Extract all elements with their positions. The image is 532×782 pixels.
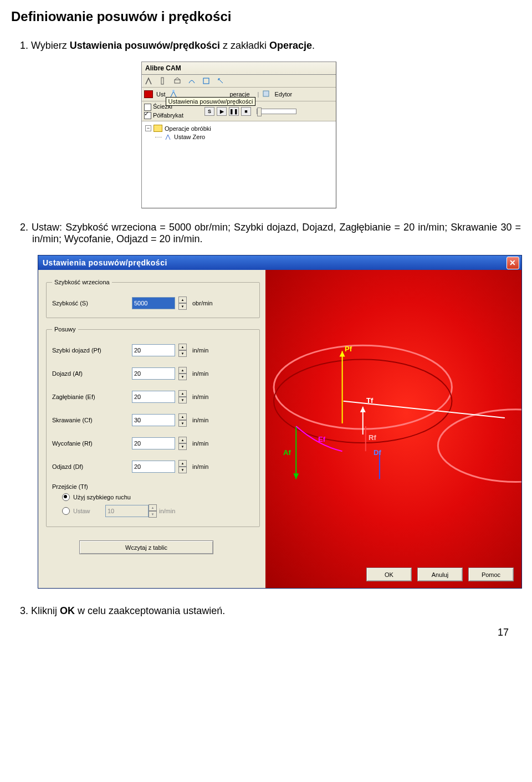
radio-fast[interactable] xyxy=(62,493,70,501)
tool-icon-6[interactable] xyxy=(216,76,225,85)
svg-point-5 xyxy=(172,90,175,92)
stock-label: Półfabrykat xyxy=(153,112,183,119)
ok-button[interactable]: OK xyxy=(366,568,412,581)
feed-row-af: Dojazd (Af) ▲▼ in/min xyxy=(52,367,254,380)
editor-icon[interactable] xyxy=(262,90,271,99)
pause-button[interactable]: ❚❚ xyxy=(229,107,239,116)
svg-rect-1 xyxy=(175,80,180,83)
diagram-label-ef: Ef xyxy=(318,435,325,443)
spindle-speed-unit: obr/min xyxy=(192,300,213,306)
stock-checkbox[interactable] xyxy=(144,112,151,119)
close-icon[interactable]: ✕ xyxy=(507,257,519,269)
svg-rect-6 xyxy=(263,91,269,96)
dialog-button-row: OK Anuluj Pomoc xyxy=(366,568,514,581)
feed-input-af[interactable] xyxy=(132,367,175,380)
s-button[interactable]: S xyxy=(204,107,214,116)
radio-fast-row[interactable]: Użyj szybkiego ruchu xyxy=(62,493,254,501)
feed-spinner-cf[interactable]: ▲▼ xyxy=(178,413,187,427)
feed-spinner-df[interactable]: ▲▼ xyxy=(178,460,187,473)
feed-spinner-af[interactable]: ▲▼ xyxy=(178,367,187,380)
panel-toolbar-2: Ust Ustawienia posuwów/prędkości peracje… xyxy=(142,88,336,101)
tree-connector xyxy=(155,137,162,137)
step-2: 2. Ustaw: Szybkość wrzeciona = 5000 obr/… xyxy=(32,222,521,245)
feed-unit-af: in/min xyxy=(192,370,208,377)
feed-spinner-rf[interactable]: ▲▼ xyxy=(178,437,187,450)
feed-input-df[interactable] xyxy=(132,461,175,473)
feed-input-ef[interactable] xyxy=(132,391,175,403)
svg-rect-0 xyxy=(161,78,163,84)
feed-unit-pf: in/min xyxy=(192,347,208,354)
step3-bold: OK xyxy=(60,605,75,616)
collapse-icon[interactable]: − xyxy=(145,125,151,131)
spindle-speed-legend: Szybkość wrzeciona xyxy=(52,279,112,285)
diagram-label-df: Df xyxy=(374,448,381,457)
tree-root-row[interactable]: − Operacje obróbki xyxy=(145,124,332,132)
tree-child-label: Ustaw Zero xyxy=(174,134,205,140)
sim-slider[interactable] xyxy=(257,109,296,114)
transition-unit: in/min xyxy=(159,508,175,514)
tool-icon-1[interactable] xyxy=(144,76,153,85)
feed-unit-rf: in/min xyxy=(192,440,208,447)
spindle-speed-group: Szybkość wrzeciona Szybkość (S) ▲▼ obr/m… xyxy=(46,279,260,318)
feed-spinner-pf[interactable]: ▲▼ xyxy=(178,344,187,357)
dialog-titlebar[interactable]: Ustawienia posuwów/prędkości ✕ xyxy=(38,255,521,270)
spindle-speed-row: Szybkość (S) ▲▼ obr/min xyxy=(52,297,254,310)
tool-icon-2[interactable] xyxy=(158,76,167,85)
svg-marker-18 xyxy=(360,407,366,412)
setzero-icon xyxy=(164,133,172,141)
play-button[interactable]: ▶ xyxy=(217,107,227,116)
feed-row-df: Odjazd (Df) ▲▼ in/min xyxy=(52,460,254,473)
feed-spinner-ef[interactable]: ▲▼ xyxy=(178,390,187,403)
cancel-button[interactable]: Anuluj xyxy=(417,568,463,581)
feed-label-af: Dojazd (Af) xyxy=(52,370,129,377)
radio-set[interactable] xyxy=(62,507,70,515)
feed-label-df: Odjazd (Df) xyxy=(52,463,129,470)
transition-label: Przejście (Tf) xyxy=(52,483,254,490)
radio-set-row[interactable]: Ustaw ▲▼ in/min xyxy=(62,504,254,518)
stop-button[interactable]: ■ xyxy=(241,107,251,116)
folder-icon xyxy=(154,125,162,132)
spindle-speed-label: Szybkość (S) xyxy=(52,300,129,306)
editor-label: Edytor xyxy=(274,91,292,98)
step1-prefix: 1. Wybierz xyxy=(20,40,70,51)
dialog-preview: Pf Tf Ef Af Rf Df OK Anuluj Pomoc xyxy=(265,270,521,588)
page-number: 17 xyxy=(11,627,509,638)
svg-point-9 xyxy=(438,410,521,482)
svg-rect-4 xyxy=(203,78,209,84)
book-icon[interactable] xyxy=(144,90,153,98)
panel-toolbar-icons xyxy=(142,75,336,88)
tree-child-row[interactable]: Ustaw Zero xyxy=(155,132,332,141)
feed-input-rf[interactable] xyxy=(132,437,175,449)
feeds-diagram xyxy=(265,270,521,588)
step3-suffix: w celu zaakceptowania ustawień. xyxy=(75,605,225,616)
transition-input xyxy=(105,505,149,517)
tree-root-label: Operacje obróbki xyxy=(165,125,211,132)
alibre-cam-panel: Alibre CAM Ust Ustawienia posuwów/prędko… xyxy=(141,62,336,208)
diagram-label-af: Af xyxy=(283,448,291,457)
operations-tree: − Operacje obróbki Ustaw Zero xyxy=(142,121,336,208)
paths-checkbox[interactable] xyxy=(144,104,151,111)
feed-unit-cf: in/min xyxy=(192,417,208,423)
radio-fast-label: Użyj szybkiego ruchu xyxy=(73,494,131,500)
tool-icon-4[interactable] xyxy=(187,76,196,85)
feed-row-ef: Zagłębianie (Ef) ▲▼ in/min xyxy=(52,390,254,403)
spindle-speed-spinner[interactable]: ▲▼ xyxy=(178,297,187,310)
svg-line-2 xyxy=(175,78,177,80)
step3-prefix: 3. Kliknij xyxy=(20,605,60,616)
feed-input-pf[interactable] xyxy=(132,344,175,356)
feed-input-cf[interactable] xyxy=(132,414,175,426)
feed-unit-ef: in/min xyxy=(192,393,208,400)
feed-label-ef: Zagłębianie (Ef) xyxy=(52,393,129,400)
step1-suffix: . xyxy=(312,40,315,51)
help-button[interactable]: Pomoc xyxy=(468,568,514,581)
feeds-group: Posuwy Szybki dojazd (Pf) ▲▼ in/min Doja… xyxy=(46,326,260,527)
tool-icon-5[interactable] xyxy=(202,76,211,85)
spindle-speed-input[interactable] xyxy=(132,297,175,309)
diagram-label-rf: Rf xyxy=(369,433,376,442)
load-from-tables-button[interactable]: Wczytaj z tablic xyxy=(79,540,213,554)
tool-icon-3[interactable] xyxy=(173,76,182,85)
feeds-speeds-button[interactable]: Ustawienia posuwów/prędkości xyxy=(169,89,178,99)
feed-label-rf: Wycofanie (Rf) xyxy=(52,440,129,447)
feed-label-cf: Skrawanie (Cf) xyxy=(52,417,129,423)
ust-text: Ust xyxy=(156,91,166,98)
